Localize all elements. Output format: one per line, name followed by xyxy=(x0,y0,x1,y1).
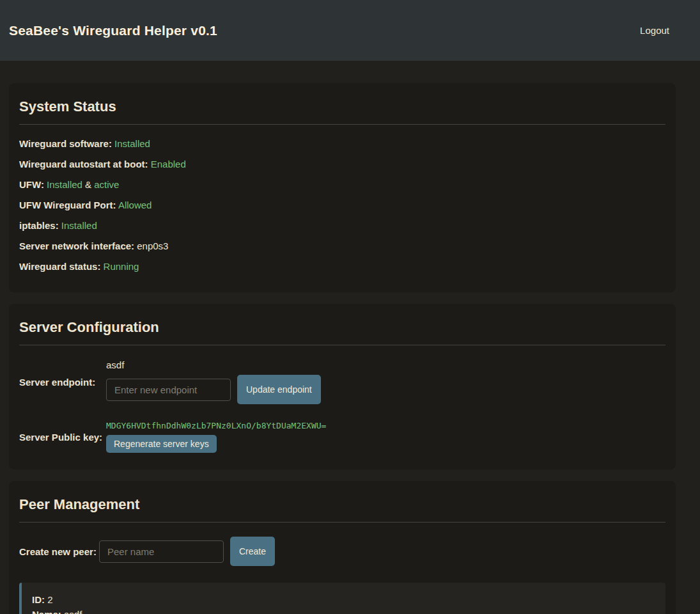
status-value: enp0s3 xyxy=(137,240,168,251)
logout-link[interactable]: Logout xyxy=(640,25,669,36)
status-value: Installed xyxy=(114,138,150,149)
server-public-key-controls: MDGY6HVDtfhnDdhW0zLb7PNz0LXnO/b8YtDUaM2E… xyxy=(106,421,326,453)
server-endpoint-label: Server endpoint: xyxy=(19,377,106,388)
status-value: Installed xyxy=(47,179,82,190)
status-label: Wireguard status: xyxy=(19,261,100,272)
status-wireguard-status: Wireguard status: Running xyxy=(19,262,665,272)
status-ufw: UFW: Installed & active xyxy=(19,180,665,190)
regenerate-server-keys-button[interactable]: Regenerate server keys xyxy=(106,435,217,453)
divider xyxy=(19,345,665,345)
main-content: System Status Wireguard software: Instal… xyxy=(0,61,700,614)
status-label: iptables: xyxy=(19,220,59,231)
server-configuration-heading: Server Configuration xyxy=(19,319,665,336)
status-separator: & xyxy=(82,179,94,190)
server-configuration-card: Server Configuration Server endpoint: as… xyxy=(9,304,676,469)
endpoint-input[interactable] xyxy=(106,379,231,401)
server-public-key-label: Server Public key: xyxy=(19,432,106,443)
status-label: Wireguard software: xyxy=(19,138,112,149)
status-value: active xyxy=(94,179,119,190)
system-status-heading: System Status xyxy=(19,98,665,115)
app-header: SeaBee's Wireguard Helper v0.1 Logout xyxy=(0,0,700,61)
create-peer-row: Create new peer: Create xyxy=(19,537,665,566)
status-value: Allowed xyxy=(118,200,152,210)
status-label: Server network interface: xyxy=(19,240,134,251)
endpoint-input-group: Update endpoint xyxy=(106,375,321,404)
server-public-key-value: MDGY6HVDtfhnDdhW0zLb7PNz0LXnO/b8YtDUaM2E… xyxy=(106,421,326,430)
peer-id-label: ID: xyxy=(32,594,45,605)
server-endpoint-current-value: asdf xyxy=(106,359,321,370)
status-ufw-port: UFW Wireguard Port: Allowed xyxy=(19,200,665,210)
viewport: SeaBee's Wireguard Helper v0.1 Logout Sy… xyxy=(0,0,700,614)
status-wireguard-software: Wireguard software: Installed xyxy=(19,139,665,149)
peer-name-value: asdf xyxy=(64,609,82,614)
create-peer-input-group: Create xyxy=(99,537,275,566)
peer-name-label: Name: xyxy=(32,609,61,614)
peer-id-line: ID: 2 xyxy=(32,594,655,606)
create-peer-button[interactable]: Create xyxy=(230,537,275,566)
peer-id-value: 2 xyxy=(47,594,52,605)
update-endpoint-button[interactable]: Update endpoint xyxy=(237,375,321,404)
server-public-key-row: Server Public key: MDGY6HVDtfhnDdhW0zLb7… xyxy=(19,421,665,453)
status-wireguard-autostart: Wireguard autostart at boot: Enabled xyxy=(19,159,665,169)
status-label: UFW Wireguard Port: xyxy=(19,200,116,210)
status-value: Running xyxy=(104,261,139,272)
peer-name-line: Name: asdf xyxy=(32,609,655,614)
status-value: Enabled xyxy=(151,159,186,169)
divider xyxy=(19,522,665,523)
divider xyxy=(19,124,665,125)
peer-item: ID: 2 Name: asdf Public Key: ckyOHj5Bk87… xyxy=(19,583,665,614)
status-value: Installed xyxy=(61,220,97,231)
status-network-interface: Server network interface: enp0s3 xyxy=(19,241,665,251)
server-endpoint-row: Server endpoint: asdf Update endpoint xyxy=(19,359,665,404)
status-label: UFW: xyxy=(19,179,44,190)
app-title: SeaBee's Wireguard Helper v0.1 xyxy=(9,23,217,38)
server-endpoint-controls: asdf Update endpoint xyxy=(106,359,321,404)
status-iptables: iptables: Installed xyxy=(19,221,665,231)
peer-management-card: Peer Management Create new peer: Create … xyxy=(9,481,676,614)
system-status-card: System Status Wireguard software: Instal… xyxy=(9,83,676,292)
create-peer-label: Create new peer: xyxy=(19,546,99,557)
peer-management-heading: Peer Management xyxy=(19,496,665,513)
peer-name-input[interactable] xyxy=(99,540,224,563)
status-label: Wireguard autostart at boot: xyxy=(19,159,148,169)
